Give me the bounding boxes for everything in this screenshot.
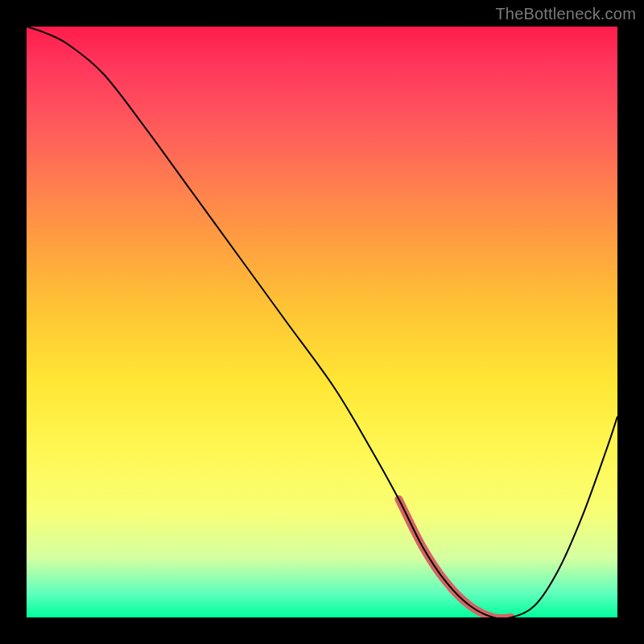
chart-valley-highlight (398, 499, 510, 617)
watermark-text: TheBottleneck.com (495, 5, 636, 23)
chart-main-curve (27, 27, 617, 617)
chart-svg (27, 27, 617, 617)
chart-plot-area (27, 27, 617, 617)
